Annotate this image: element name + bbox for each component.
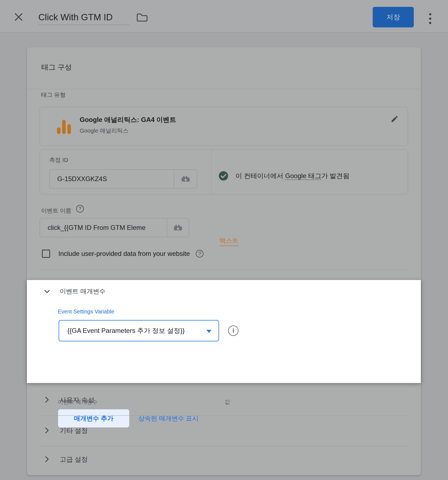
edit-pencil-icon[interactable] <box>390 115 399 123</box>
divider <box>40 385 408 385</box>
chevron-right-icon <box>43 396 50 403</box>
gtm-tag-editor: Click With GTM ID 저장 태그 구성 태그 유형 Google … <box>0 0 448 480</box>
panel-title: 태그 구성 <box>41 62 72 72</box>
ga4-analytics-icon <box>56 118 73 135</box>
tag-name-input[interactable]: Click With GTM ID <box>38 9 129 25</box>
section-label: 사용자 속성 <box>60 396 94 404</box>
section-label: 기타 설정 <box>60 426 88 435</box>
user-data-checkbox[interactable] <box>42 250 50 258</box>
user-data-checkbox-label: Include user-provided data from your web… <box>58 250 190 258</box>
chevron-right-icon <box>43 456 50 463</box>
measurement-id-input[interactable]: G-15DXXGKZ4S <box>50 170 174 188</box>
x-icon <box>13 12 24 22</box>
close-icon[interactable] <box>13 12 24 22</box>
measurement-id-column: 측정 ID G-15DXXGKZ4S <box>40 150 211 194</box>
check-circle-icon <box>219 171 228 181</box>
info-icon[interactable]: i <box>228 325 239 336</box>
more-options-icon[interactable] <box>426 11 434 27</box>
measurement-id-label: 측정 ID <box>49 156 68 164</box>
google-tag-term: Google 태그 <box>285 172 321 180</box>
brick-plus-icon <box>181 175 190 183</box>
help-icon[interactable]: ? <box>76 205 84 213</box>
topbar: Click With GTM ID 저장 <box>0 0 448 32</box>
user-data-row: Include user-provided data from your web… <box>42 250 203 258</box>
dropdown-caret-icon <box>206 330 211 333</box>
esv-label: Event Settings Variable <box>58 308 114 315</box>
measurement-id-box: 측정 ID G-15DXXGKZ4S 이 컨테이너에서 Goog <box>40 149 408 195</box>
status-text: 이 컨테이너에서 Google 태그가 발견됨 <box>236 172 349 180</box>
section-row-advanced-settings[interactable]: 고급 설정 <box>27 445 421 474</box>
section-row-user-properties[interactable]: 사용자 속성 <box>27 386 421 414</box>
esv-dropdown[interactable]: {{GA Event Parameters 추가 정보 설정}} <box>59 320 219 341</box>
section-row-other-settings[interactable]: 기타 설정 <box>27 416 421 445</box>
tag-type-vendor: Google 애널리틱스 <box>80 127 129 135</box>
chevron-down-icon[interactable] <box>43 287 51 296</box>
text-annotation: 텍스트 <box>220 236 239 246</box>
tag-config-card: 태그 구성 태그 유형 Google 애널리틱스: GA4 이벤트 Google… <box>27 47 421 475</box>
panel-header: 태그 구성 <box>27 47 421 89</box>
event-name-input[interactable]: click_{{GTM ID From GTM Eleme <box>40 218 167 237</box>
tag-type-card[interactable]: Google 애널리틱스: GA4 이벤트 Google 애널리틱스 <box>40 107 408 146</box>
folder-icon[interactable] <box>136 13 148 22</box>
tag-type-label: 태그 유형 <box>41 91 66 99</box>
divider <box>40 270 408 270</box>
variable-picker-button[interactable] <box>167 218 189 237</box>
brick-plus-icon <box>173 224 183 232</box>
save-button[interactable]: 저장 <box>373 7 414 27</box>
google-tag-status: 이 컨테이너에서 Google 태그가 발견됨 <box>219 171 349 181</box>
tag-type-name: Google 애널리틱스: GA4 이벤트 <box>80 115 176 124</box>
divider <box>40 415 408 416</box>
section-label: 고급 설정 <box>60 455 88 464</box>
event-name-label: 이벤트 이름 <box>41 207 71 215</box>
event-parameters-section: 이벤트 매개변수 Event Settings Variable {{GA Ev… <box>27 280 421 383</box>
help-icon[interactable]: ? <box>196 250 203 258</box>
esv-selected-value: {{GA Event Parameters 추가 정보 설정}} <box>67 326 185 335</box>
variable-picker-button[interactable] <box>174 170 197 188</box>
event-parameters-title: 이벤트 매개변수 <box>60 287 105 296</box>
chevron-right-icon <box>43 427 50 434</box>
